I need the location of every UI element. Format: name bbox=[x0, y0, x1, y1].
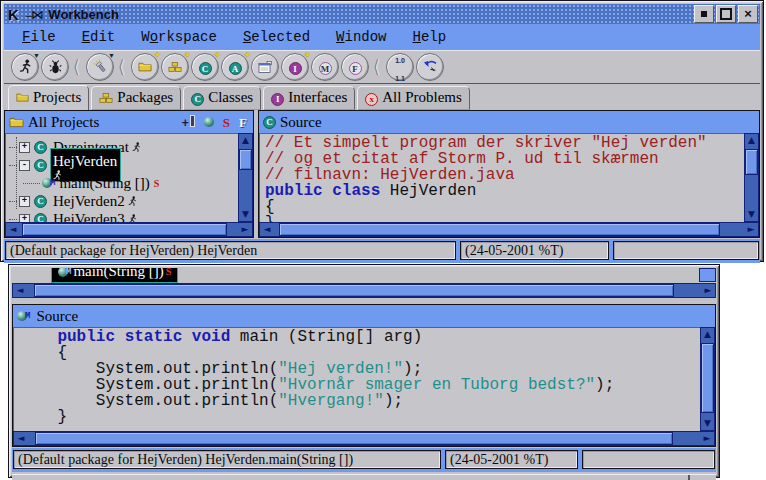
tab-label: Packages bbox=[117, 89, 173, 106]
method-source-code[interactable]: public static void main (String[] arg) {… bbox=[13, 327, 700, 431]
tree-item-hejverden[interactable]: -CHejVerden bbox=[5, 156, 238, 174]
run-button[interactable]: ▼ bbox=[11, 53, 39, 81]
toolbar: ▼⟨▼⟨✦✦C✦A✦I✦MF⟨1.01.1 bbox=[4, 50, 760, 84]
projects-panel-header: All Projects +SF bbox=[5, 111, 253, 133]
scroll-left-icon[interactable]: ◄ bbox=[14, 432, 28, 445]
expander-icon[interactable]: + bbox=[19, 214, 30, 223]
class-source-v-scrollbar-thumb[interactable] bbox=[745, 149, 758, 175]
project-tree-v-scrollbar[interactable]: ▲▼ bbox=[238, 133, 253, 222]
class-source-h-scrollbar[interactable]: ◄► bbox=[259, 222, 759, 237]
method-source-v-scrollbar-track[interactable] bbox=[701, 341, 714, 417]
scroll-left-icon[interactable]: ◄ bbox=[260, 223, 274, 236]
project-tree-h-scrollbar[interactable]: ◄► bbox=[5, 222, 253, 237]
run-icon bbox=[19, 59, 32, 74]
close-button[interactable]: × bbox=[738, 5, 758, 23]
scroll-left-icon[interactable]: ◄ bbox=[13, 284, 27, 297]
new-method-icon: M bbox=[319, 58, 332, 76]
expander-icon[interactable]: + bbox=[19, 142, 30, 153]
tree-item-dyreinternat[interactable]: +CDyreinternat bbox=[5, 138, 238, 156]
tab-all-problems[interactable]: xAll Problems bbox=[357, 86, 470, 110]
scroll-up-icon[interactable]: ▲ bbox=[745, 134, 758, 147]
scroll-right-icon[interactable]: ► bbox=[744, 223, 758, 236]
class-source-code[interactable]: // Et simpelt program der skriver "Hej v… bbox=[259, 133, 744, 222]
scroll-right-icon[interactable]: ► bbox=[238, 223, 252, 236]
tree-item-hejverden2[interactable]: +CHejVerden2 bbox=[5, 192, 238, 210]
new-form-button[interactable] bbox=[251, 53, 279, 81]
projects-panel: All Projects +SF +CDyreinternat-CHejVerd… bbox=[4, 110, 254, 238]
menu-item-edit[interactable]: Edit bbox=[82, 29, 116, 45]
scroll-up-icon[interactable]: ▲ bbox=[239, 134, 252, 147]
method-source-h-scrollbar-track[interactable] bbox=[28, 432, 700, 445]
jdk-version-button[interactable]: 1.01.1 bbox=[386, 53, 414, 81]
tab-bar: ProjectsPackagesCClassesIInterfacesxAll … bbox=[4, 84, 760, 110]
new-sparkle-icon: ✦ bbox=[184, 50, 192, 60]
title-bar[interactable]: K Workbench × bbox=[4, 4, 760, 24]
toolbar-separator-icon: ⟨ bbox=[74, 56, 81, 77]
new-class-button[interactable]: C✦ bbox=[191, 53, 219, 81]
class-source-h-scrollbar-thumb[interactable] bbox=[279, 223, 721, 236]
tab-packages[interactable]: Packages bbox=[91, 86, 181, 110]
scroll-left-icon[interactable]: ◄ bbox=[6, 223, 20, 236]
new-interface-icon: I bbox=[289, 58, 302, 76]
method-source-v-scrollbar[interactable]: ▲▼ bbox=[700, 327, 715, 431]
new-package-button[interactable]: ✦ bbox=[161, 53, 189, 81]
new-field-button[interactable]: F bbox=[341, 53, 369, 81]
method-source-v-scrollbar-thumb[interactable] bbox=[701, 343, 714, 413]
maximize-button[interactable] bbox=[716, 5, 736, 23]
sticky-pin-icon[interactable] bbox=[26, 8, 44, 21]
class-source-h-scrollbar-track[interactable] bbox=[274, 223, 744, 236]
new-method-button[interactable]: M bbox=[311, 53, 339, 81]
status-context: (Default package for HejVerden) HejVerde… bbox=[13, 450, 441, 469]
project-tree-h-scrollbar-thumb[interactable] bbox=[22, 223, 227, 236]
project-tree-h-scrollbar-track[interactable] bbox=[20, 223, 238, 236]
scroll-down-icon[interactable]: ▼ bbox=[239, 208, 252, 221]
expander-icon[interactable]: + bbox=[19, 196, 30, 207]
menu-item-workspace[interactable]: Workspace bbox=[141, 29, 217, 45]
expander-icon[interactable]: - bbox=[19, 160, 30, 171]
new-applet-button[interactable]: A✦ bbox=[221, 53, 249, 81]
class-source-v-scrollbar[interactable]: ▲▼ bbox=[744, 133, 759, 222]
search-button[interactable]: ▼ bbox=[86, 53, 114, 81]
k-menu-button[interactable]: K bbox=[6, 6, 21, 23]
method-tree-h-scrollbar[interactable]: ◄► bbox=[12, 283, 716, 298]
source-flag-button[interactable]: S bbox=[223, 114, 230, 131]
tab-classes[interactable]: CClasses bbox=[183, 86, 261, 110]
new-interface-button[interactable]: I✦ bbox=[281, 53, 309, 81]
scroll-down-icon[interactable]: ▼ bbox=[701, 417, 714, 430]
tab-interfaces[interactable]: IInterfaces bbox=[263, 86, 355, 110]
method-source-h-scrollbar-thumb[interactable] bbox=[35, 432, 673, 445]
project-tree-v-scrollbar-thumb[interactable] bbox=[239, 149, 252, 170]
sync-button[interactable] bbox=[204, 114, 214, 131]
debug-button[interactable] bbox=[41, 53, 69, 81]
scroll-down-icon[interactable]: ▼ bbox=[745, 208, 758, 221]
resize-bar[interactable] bbox=[12, 474, 716, 480]
new-project-button[interactable]: ✦ bbox=[131, 53, 159, 81]
method-source-h-scrollbar[interactable]: ◄► bbox=[13, 431, 715, 446]
tree-item-hejverden3[interactable]: +CHejVerden3 bbox=[5, 210, 238, 222]
menu-item-selected[interactable]: Selected bbox=[243, 29, 310, 45]
scroll-up-icon[interactable]: ▲ bbox=[701, 328, 714, 341]
project-tree-v-scrollbar-track[interactable] bbox=[239, 147, 252, 208]
minimize-button[interactable] bbox=[694, 5, 714, 23]
selected-method-row[interactable]: M main(String []) S bbox=[52, 268, 177, 282]
method-tree-h-scrollbar-thumb[interactable] bbox=[34, 284, 674, 297]
method-icon: M bbox=[17, 311, 32, 321]
scroll-right-icon[interactable]: ► bbox=[701, 284, 715, 297]
scrollbar-fragment[interactable] bbox=[699, 268, 716, 282]
tab-projects[interactable]: Projects bbox=[8, 85, 89, 110]
class-source-v-scrollbar-track[interactable] bbox=[745, 147, 758, 208]
source-panel-header: C Source bbox=[259, 111, 759, 133]
tree-item-main-string[interactable]: Mmain(String [])S bbox=[5, 174, 238, 192]
method-window: M main(String []) S ◄► M Source public s… bbox=[8, 264, 720, 478]
menu-item-file[interactable]: File bbox=[22, 29, 56, 45]
add-view-button[interactable]: + bbox=[182, 114, 195, 131]
status-timestamp: (24-05-2001 %T) bbox=[460, 241, 609, 260]
code-generation-button[interactable] bbox=[416, 53, 444, 81]
method-tree-h-scrollbar-track[interactable] bbox=[27, 284, 701, 297]
menu-item-help[interactable]: Help bbox=[413, 29, 447, 45]
scroll-right-icon[interactable]: ► bbox=[700, 432, 714, 445]
new-field-icon: F bbox=[349, 58, 362, 76]
files-flag-button[interactable]: F bbox=[239, 114, 247, 131]
runnable-badge-icon bbox=[128, 196, 137, 206]
menu-item-window[interactable]: Window bbox=[336, 29, 386, 45]
